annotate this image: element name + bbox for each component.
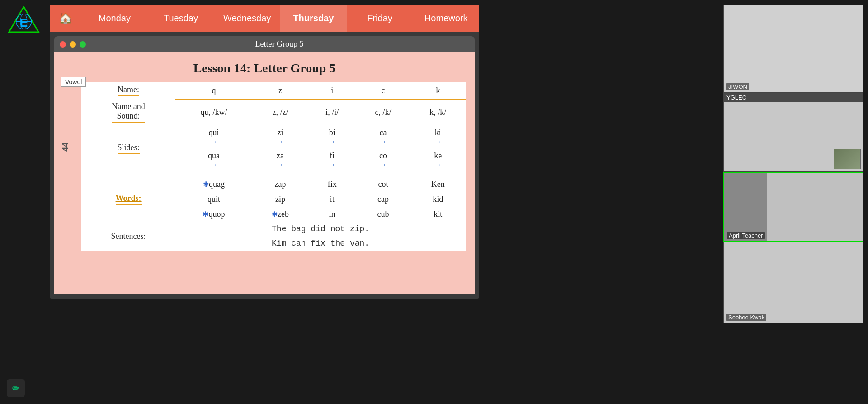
word-q3: ✱quop [175,207,252,222]
word-c3: cub [356,207,410,222]
window-title: Letter Group 5 [90,39,469,49]
nav-homework[interactable]: Homework [413,5,479,32]
name-label: Name: [81,82,175,99]
lesson-table: Name: q z i c k Name an [81,82,466,251]
word-k3: kit [410,207,466,222]
name-sound-label: Name andSound: [81,99,175,125]
nav-monday[interactable]: Monday [81,5,148,32]
sentence-2: Kim can fix the van. [175,236,466,251]
word-k2: kid [410,192,466,207]
lesson-table-wrapper: Name: q z i c k Name an [81,82,466,251]
april-label: April Teacher [727,232,765,239]
slide-z2: za → [252,148,308,171]
jiwon-video-tile: JIWON [723,5,863,93]
sentences-label: Sentences: [81,222,175,251]
minimize-button[interactable] [70,41,76,48]
word-c2: cap [356,192,410,207]
slides-row: Slides: qui → zi → [81,125,466,148]
col-k: k [410,82,466,99]
lesson-inner: Vowel 44 Lesson 14: Letter Group 5 Name: [54,52,475,294]
nav-friday[interactable]: Friday [347,5,413,32]
main-content-area: 🏠 Monday Tuesday Wednesday Thursday Frid… [50,5,479,299]
jiwon-label: JIWON [726,83,749,90]
yglec-camera-thumbnail [834,149,861,169]
page-number: 44 [61,143,71,152]
col-z: z [252,82,308,99]
col-i: i [308,82,356,99]
sentence-row: Sentences: The bag did not zip. [81,222,466,236]
yglec-label: YGLEC [724,93,863,102]
slide-c1: ca → [356,125,410,148]
word-z1: zap [252,177,308,192]
col-c: c [356,82,410,99]
name-row: Name: q z i c k [81,82,466,99]
slide-q2: qua → [175,148,252,171]
sound-z: z, /z/ [252,99,308,125]
slide-k2: ke → [410,148,466,171]
window-frame: Letter Group 5 Vowel 44 Lesson 14: Lette… [50,32,479,299]
nav-wednesday[interactable]: Wednesday [214,5,280,32]
edit-button[interactable]: ✏ [7,379,25,397]
edit-icon: ✏ [12,383,20,394]
slides-label: Slides: [81,125,175,171]
word-k1: Ken [410,177,466,192]
yglec-video-tile: YGLEC [723,93,863,172]
home-button[interactable]: 🏠 [50,5,81,32]
slide-i1: bi → [308,125,356,148]
nav-thursday[interactable]: Thursday [280,5,347,32]
word-q2: quit [175,192,252,207]
app-logo: E [7,5,43,41]
sentence-1: The bag did not zip. [175,222,466,236]
word-i3: in [308,207,356,222]
seohee-label: Seohee Kwak [726,314,766,321]
word-q1: ✱quag [175,177,252,192]
navigation-bar: 🏠 Monday Tuesday Wednesday Thursday Frid… [50,5,479,32]
word-i1: fix [308,177,356,192]
slide-k1: ki → [410,125,466,148]
slide-q1: qui → [175,125,252,148]
window-titlebar: Letter Group 5 [54,36,475,52]
sound-c: c, /k/ [356,99,410,125]
sound-q: qu, /kw/ [175,99,252,125]
lesson-title: Lesson 14: Letter Group 5 [63,61,466,76]
slide-i2: fi → [308,148,356,171]
home-icon: 🏠 [59,12,72,24]
slide-z1: zi → [252,125,308,148]
vowel-tag: Vowel [61,77,86,87]
slide-c2: co → [356,148,410,171]
word-i2: it [308,192,356,207]
nav-tuesday[interactable]: Tuesday [148,5,214,32]
video-panel: JIWON YGLEC April Teacher Seohee Kwak [723,5,863,398]
april-camera-main [767,173,863,241]
words-row1: Words: ✱quag zap fix cot Ken [81,177,466,192]
sound-i: i, /i/ [308,99,356,125]
name-sound-row: Name andSound: qu, /kw/ z, /z/ i, /i/ c,… [81,99,466,125]
april-teacher-video-tile: April Teacher [723,172,863,242]
word-z3: ✱zeb [252,207,308,222]
maximize-button[interactable] [80,41,86,48]
april-camera-small [724,173,767,241]
sound-k: k, /k/ [410,99,466,125]
word-z2: zip [252,192,308,207]
words-label: Words: [81,177,175,222]
col-q: q [175,82,252,99]
seohee-video-tile: Seohee Kwak [723,242,863,323]
word-c1: cot [356,177,410,192]
close-button[interactable] [60,41,66,48]
lesson-content: Vowel 44 Lesson 14: Letter Group 5 Name: [54,52,475,294]
